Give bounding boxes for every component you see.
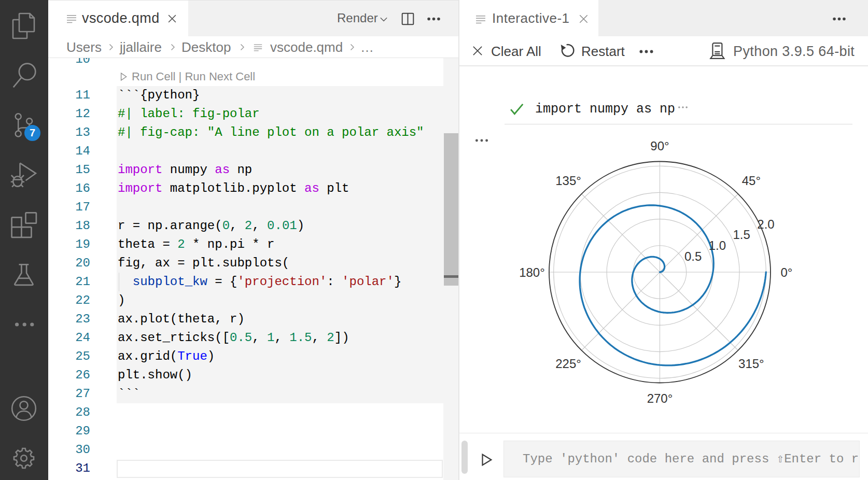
svg-text:315°: 315° bbox=[738, 357, 764, 371]
svg-text:180°: 180° bbox=[519, 265, 545, 279]
svg-text:1.0: 1.0 bbox=[709, 238, 726, 252]
svg-text:45°: 45° bbox=[742, 174, 761, 188]
svg-text:1.5: 1.5 bbox=[733, 228, 750, 242]
svg-text:0.5: 0.5 bbox=[684, 249, 702, 263]
svg-text:90°: 90° bbox=[650, 139, 669, 153]
svg-text:135°: 135° bbox=[555, 174, 581, 188]
svg-text:270°: 270° bbox=[647, 391, 673, 405]
svg-text:225°: 225° bbox=[555, 357, 581, 371]
svg-text:0°: 0° bbox=[781, 265, 793, 279]
svg-text:2.0: 2.0 bbox=[757, 217, 774, 231]
